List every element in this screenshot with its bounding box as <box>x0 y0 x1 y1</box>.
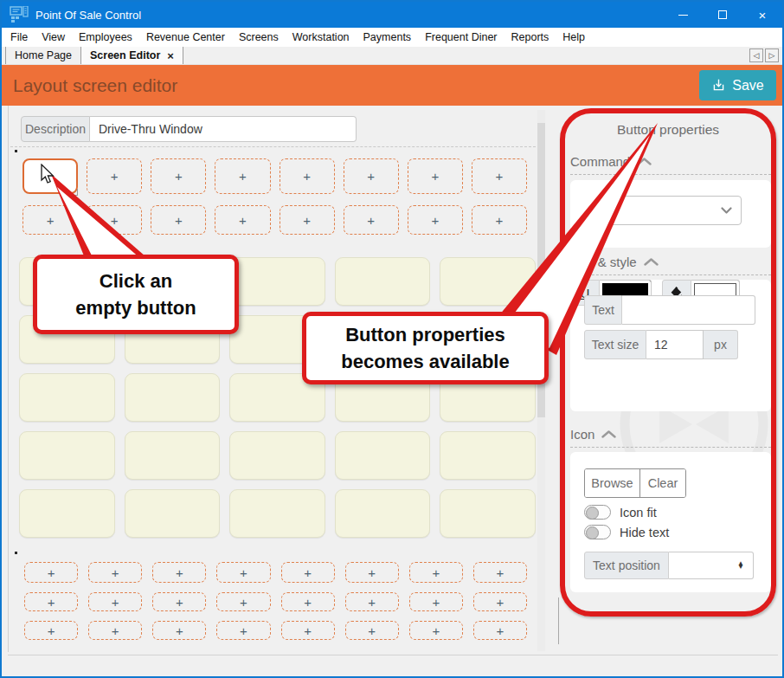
menu-item-frequent-diner[interactable]: Frequent Diner <box>418 28 504 47</box>
callout2-line2: becomes available <box>341 348 509 375</box>
callout-click-empty-button: Click an empty button <box>33 255 239 334</box>
text-label: Text <box>584 295 622 325</box>
bottom-empty-button-grid: ++++++++++++++++++++++++ <box>24 562 527 640</box>
callout-button-properties: Button properties becomes available <box>302 312 549 384</box>
empty-slot-button[interactable]: + <box>345 592 399 611</box>
close-icon: × <box>759 8 767 23</box>
empty-slot-button[interactable]: + <box>24 592 78 611</box>
menu-item-view[interactable]: View <box>35 28 72 47</box>
icon-fit-label: Icon fit <box>620 506 657 520</box>
empty-slot-button[interactable]: + <box>345 562 399 583</box>
menu-item-file[interactable]: File <box>3 28 35 47</box>
chevron-down-icon <box>721 207 732 214</box>
save-button[interactable]: Save <box>699 70 776 100</box>
empty-slot-button[interactable]: + <box>151 158 206 194</box>
menu-item-screens[interactable]: Screens <box>232 28 286 47</box>
empty-slot-button[interactable]: + <box>409 592 463 611</box>
description-input[interactable]: Drive-Thru Window <box>90 116 357 142</box>
tab-home-page[interactable]: Home Page <box>5 47 81 64</box>
tab-scroll-right-button[interactable]: ▷ <box>765 48 779 62</box>
layout-button[interactable] <box>229 431 325 480</box>
empty-slot-button[interactable]: + <box>88 592 142 611</box>
menu-item-workstation[interactable]: Workstation <box>286 28 357 47</box>
empty-slot-button[interactable]: + <box>215 158 270 194</box>
empty-slot-button[interactable]: + <box>24 621 78 640</box>
empty-slot-button[interactable]: + <box>216 621 270 640</box>
empty-slot-button[interactable]: + <box>215 205 270 235</box>
empty-slot-button[interactable]: + <box>281 592 335 611</box>
command-separator <box>570 174 771 175</box>
menu-item-revenue-center[interactable]: Revenue Center <box>139 28 232 47</box>
browse-button[interactable]: Browse <box>585 469 640 497</box>
layout-button[interactable] <box>19 373 115 422</box>
layout-button[interactable] <box>19 489 115 538</box>
text-size-input[interactable]: 12 <box>646 330 704 359</box>
empty-slot-button[interactable]: + <box>152 592 206 611</box>
hide-text-toggle[interactable] <box>584 525 611 539</box>
text-position-select[interactable]: ▲▼ <box>669 552 754 579</box>
tab-close-icon[interactable]: × <box>167 50 174 61</box>
empty-slot-button[interactable]: + <box>281 562 335 583</box>
layout-button[interactable] <box>19 431 115 480</box>
clear-button[interactable]: Clear <box>640 469 685 497</box>
empty-slot-button[interactable]: + <box>408 205 463 235</box>
empty-slot-button[interactable]: + <box>472 158 527 194</box>
layout-button[interactable] <box>440 257 536 306</box>
empty-slot-button[interactable]: + <box>152 621 206 640</box>
empty-slot-button[interactable]: + <box>22 205 78 235</box>
empty-slot-button[interactable]: + <box>344 205 399 235</box>
menu-item-reports[interactable]: Reports <box>504 28 556 47</box>
layout-button[interactable] <box>335 257 431 306</box>
section-text-style[interactable]: Text & style <box>570 255 771 269</box>
hide-text-label: Hide text <box>620 526 669 539</box>
empty-slot-button[interactable]: + <box>151 205 206 235</box>
section-command[interactable]: Command <box>570 154 771 169</box>
menu-item-payments[interactable]: Payments <box>357 28 419 47</box>
empty-slot-button[interactable]: + <box>345 621 399 640</box>
menu-bar: FileViewEmployeesRevenue CenterScreensWo… <box>2 28 782 47</box>
layout-button[interactable] <box>440 431 536 480</box>
layout-button[interactable] <box>125 373 221 422</box>
empty-slot-button[interactable]: + <box>473 592 527 611</box>
empty-slot-button[interactable]: + <box>88 562 142 583</box>
empty-slot-button[interactable]: + <box>281 621 335 640</box>
empty-slot-button[interactable]: + <box>216 562 270 583</box>
empty-slot-button[interactable]: + <box>87 205 142 235</box>
empty-slot-button[interactable]: + <box>152 562 206 583</box>
empty-slot-button[interactable]: + <box>280 158 335 194</box>
minimize-button[interactable] <box>663 2 703 28</box>
empty-slot-button[interactable]: + <box>344 158 399 194</box>
maximize-button[interactable] <box>703 2 742 28</box>
icon-separator <box>570 447 771 448</box>
empty-slot-button[interactable]: + <box>409 621 463 640</box>
text-input[interactable] <box>622 295 755 325</box>
empty-slot-button[interactable]: + <box>280 205 335 235</box>
empty-slot-button[interactable]: + <box>473 562 527 583</box>
tab-screen-editor[interactable]: Screen Editor × <box>81 47 183 64</box>
empty-slot-button[interactable]: + <box>473 621 527 640</box>
empty-slot-button[interactable]: + <box>472 205 527 235</box>
layout-button[interactable] <box>440 489 536 538</box>
text-style-card: Text Text size 12 px U <box>570 280 771 411</box>
empty-slot-button[interactable]: + <box>87 158 142 194</box>
empty-slot-button[interactable]: + <box>409 562 463 583</box>
layout-button[interactable] <box>229 257 325 306</box>
menu-item-help[interactable]: Help <box>556 28 592 47</box>
layout-button[interactable] <box>125 431 221 480</box>
icon-fit-toggle[interactable] <box>584 505 611 520</box>
layout-button[interactable] <box>335 431 431 480</box>
page-title: Layout screen editor <box>13 75 177 96</box>
layout-button[interactable] <box>335 489 431 538</box>
empty-slot-button[interactable]: + <box>408 158 463 194</box>
close-button[interactable]: × <box>742 2 782 28</box>
command-card <box>570 180 771 248</box>
empty-slot-button[interactable]: + <box>88 621 142 640</box>
section-icon[interactable]: Icon <box>570 427 771 442</box>
menu-item-employees[interactable]: Employees <box>72 28 139 47</box>
command-select[interactable] <box>605 196 742 225</box>
layout-button[interactable] <box>229 489 325 538</box>
empty-slot-button[interactable]: + <box>216 592 270 611</box>
tab-scroll-left-button[interactable]: ◁ <box>749 48 763 62</box>
layout-button[interactable] <box>125 489 221 538</box>
empty-slot-button[interactable]: + <box>24 562 78 583</box>
